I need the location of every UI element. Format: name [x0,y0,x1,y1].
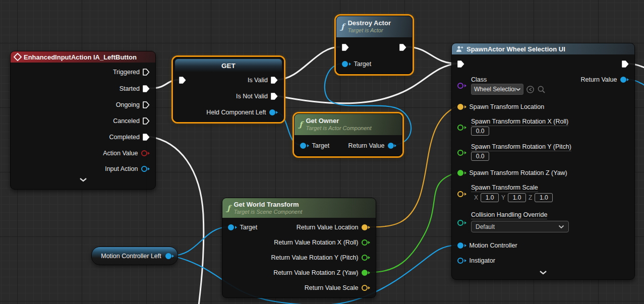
exec-pin-canceled[interactable] [143,117,150,125]
pin-row-destroy-exec-out [336,41,412,53]
exec-pin-is-not-valid[interactable] [271,93,278,100]
pin-spawn-collision[interactable] [457,220,466,226]
rot-y-value-field[interactable]: 0.0 [471,152,489,161]
pin-row-gwt-target-location: Target Return Value Location [222,221,376,233]
pin-row-ongoing: Ongoing [11,99,155,111]
collision-dropdown[interactable]: Default [471,221,569,232]
pin-row-held-component-left: Held Component Left [173,106,283,118]
pin-action-value[interactable] [141,150,150,156]
label-row-collision: Collision Handling Override [465,209,634,221]
pin-destroy-target[interactable] [342,61,351,67]
node-get-world-transform[interactable]: ƒ Get World Transform Target is Scene Co… [222,198,376,298]
node-header-spawn-actor[interactable]: SpawnActor Wheel Selection UI [452,43,634,54]
scale-fields-row: X 1.0 Y 1.0 Z 1.0 [474,193,553,202]
pin-spawn-scale-wrap [457,191,466,199]
pin-spawn-collision-wrap [457,220,466,227]
pin-gwt-rot-y[interactable] [362,255,371,261]
function-icon: ƒ [299,120,302,129]
node-header-get-owner[interactable]: ƒ Get Owner Target is Actor Component [295,114,402,135]
scale-y-field[interactable]: 1.0 [508,193,526,202]
wire-exec-isvalid-to-destroy[interactable] [277,47,339,80]
exec-pin-started[interactable] [143,85,150,92]
pin-spawn-location[interactable] [457,104,466,110]
pin-row-spawn-motion-controller: Motion Controller [452,239,634,252]
pin-row-started: Started [11,83,155,95]
chevron-down-icon [79,177,87,182]
pin-row-spawn-rot-z: Spawn Transform Rotation Z (Yaw) [452,167,634,179]
expand-node-chevron[interactable] [11,177,155,182]
node-title: EnhancedInputAction IA_LeftButton [24,53,137,61]
collision-dropdown-row: Default [471,221,569,232]
exec-pin-completed[interactable] [143,134,150,141]
exec-pin-spawn-out[interactable] [622,60,629,68]
node-get[interactable]: GET Is Valid Is Not Valid Held Component… [173,57,284,122]
pin-gwt-scale[interactable] [362,285,371,291]
pin-spawn-rot-y[interactable] [457,150,466,156]
pin-row-input-action: Input Action [11,163,155,175]
expand-node-chevron[interactable] [452,270,634,275]
pin-row-canceled: Canceled [11,115,155,127]
pin-row-spawn-instigator: Instigator [452,255,634,267]
pin-gwt-rot-z[interactable] [362,270,371,276]
pin-spawn-instigator[interactable] [457,258,466,264]
pin-get-owner-return-value[interactable] [388,143,397,149]
wire-mcl-to-gwt-target[interactable] [170,227,227,256]
pin-row-destroy-target: Target [336,58,412,70]
exec-pin-ongoing[interactable] [143,101,150,108]
browse-asset-icon[interactable] [537,85,546,94]
node-enhanced-input-action[interactable]: EnhancedInputAction IA_LeftButton Trigge… [10,51,156,190]
function-icon: ƒ [341,22,344,31]
pin-spawn-rot-z[interactable] [457,170,466,176]
wire-exec-completed-down[interactable] [150,137,204,304]
chevron-down-icon [539,270,547,275]
label-row-spawn-scale: Spawn Transform Scale [465,182,634,194]
rot-x-value-field[interactable]: 0.0 [471,127,489,136]
pin-gwt-rot-x[interactable] [362,239,371,246]
pin-row-triggered: Triggered [11,66,155,78]
node-destroy-actor[interactable]: ƒ Destroy Actor Target is Actor Target [336,16,413,74]
pin-spawn-scale[interactable] [457,191,466,197]
exec-pin-destroy-out[interactable] [399,44,406,51]
pin-row-spawn-location: Spawn Transform Location [452,101,634,113]
pin-row-spawn-exec-out [452,58,634,70]
pin-row-completed: Completed [11,131,155,143]
pin-spawn-rot-x-wrap [457,125,466,132]
pin-row-action-value: Action Value [11,147,155,159]
node-header-get[interactable]: GET [175,59,282,72]
scale-z-field[interactable]: 1.0 [535,193,553,202]
node-header-get-world-transform[interactable]: ƒ Get World Transform Target is Scene Co… [222,198,376,218]
pin-spawn-motion-controller[interactable] [457,242,466,249]
pin-spawn-rot-x[interactable] [457,125,466,131]
pin-row-gwt-rot-x: Return Value Rotation X (Roll) [222,236,376,249]
variable-label: Motion Controller Left [101,253,161,260]
pin-motion-controller-left-out[interactable] [165,253,174,259]
node-get-owner[interactable]: ƒ Get Owner Target is Actor Component Ta… [294,113,402,156]
wire-exec-destroy-to-spawn[interactable] [406,47,457,64]
pin-held-component-left[interactable] [269,109,278,115]
spawn-actor-icon [456,45,463,52]
event-diamond-icon [14,53,22,62]
chevron-down-icon [558,225,564,229]
pin-spawn-return-value[interactable] [620,77,629,83]
rot-x-field-row: 0.0 [471,127,489,136]
pin-get-owner-target[interactable] [300,143,309,149]
wire-gwt-yaw-to-spawn-yaw[interactable] [369,173,456,272]
chevron-down-icon [515,88,520,91]
use-selected-asset-icon[interactable] [526,85,535,94]
pin-row-gwt-rot-y: Return Value Rotation Y (Pitch) [222,252,376,264]
label-row-spawn-rot-x: Spawn Transform Rotation X (Roll) [465,116,634,128]
pin-input-action[interactable] [141,166,150,172]
pin-gwt-return-location[interactable] [362,224,371,230]
pin-row-get-owner: Target Return Value [295,140,402,152]
node-header-destroy-actor[interactable]: ƒ Destroy Actor Target is Actor [336,16,412,37]
node-header-enhanced-input-action[interactable]: EnhancedInputAction IA_LeftButton [11,51,155,63]
exec-pin-is-valid[interactable] [271,77,278,84]
exec-pin-triggered[interactable] [143,69,150,76]
pin-row-is-valid: Is Valid [173,74,283,86]
rot-y-field-row: 0.0 [471,152,489,161]
node-spawn-actor[interactable]: SpawnActor Wheel Selection UI Class Whee… [451,43,635,280]
node-motion-controller-left[interactable]: Motion Controller Left [91,247,178,265]
pin-gwt-target[interactable] [228,224,237,230]
scale-x-field[interactable]: 1.0 [481,193,499,202]
pin-row-spawn-return-value: Return Value [452,74,634,86]
